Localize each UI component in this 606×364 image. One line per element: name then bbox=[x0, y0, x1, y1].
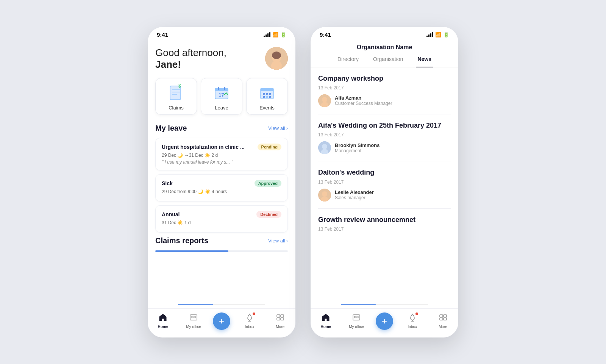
add-icon-1: + bbox=[219, 316, 224, 327]
svg-rect-11 bbox=[218, 87, 219, 90]
author-avatar-2 bbox=[318, 141, 331, 154]
tabs-row: Directory Organisation News bbox=[311, 56, 458, 67]
inbox-dot-2 bbox=[415, 312, 418, 315]
leave-item-1[interactable]: Urgent hospitalization in clinic ... Pen… bbox=[155, 138, 288, 170]
tab-news[interactable]: News bbox=[416, 56, 433, 67]
nav-myoffice-label-1: My office bbox=[186, 325, 201, 329]
inbox-icon-1 bbox=[245, 313, 254, 323]
news-title-1: Company workshop bbox=[318, 74, 451, 83]
scroll-indicator-1 bbox=[178, 304, 265, 305]
svg-rect-23 bbox=[192, 316, 193, 318]
nav-myoffice-label-2: My office bbox=[349, 325, 364, 329]
news-author-2: Brooklyn Simmons Management bbox=[318, 141, 451, 154]
nav-add-1[interactable]: + bbox=[213, 312, 230, 330]
svg-rect-16 bbox=[263, 93, 265, 95]
leave-item-3-badge: Declined bbox=[256, 211, 281, 218]
author-avatar-1 bbox=[318, 94, 331, 107]
more-icon-1 bbox=[276, 313, 284, 323]
svg-rect-42 bbox=[357, 316, 358, 318]
nav-more-label-2: More bbox=[439, 325, 447, 329]
svg-text:$: $ bbox=[178, 84, 181, 89]
more-icon-2 bbox=[439, 313, 447, 323]
nav-more-2[interactable]: More bbox=[432, 313, 454, 329]
svg-rect-12 bbox=[224, 87, 225, 90]
tab-organisation[interactable]: Organisation bbox=[372, 56, 405, 67]
news-item-2[interactable]: Aifa's Wedding on 25th February 2017 13 … bbox=[318, 114, 451, 161]
nav-home-label-2: Home bbox=[320, 325, 331, 329]
nav-home-label-1: Home bbox=[158, 325, 168, 329]
home-icon-1 bbox=[159, 313, 167, 323]
nav-inbox-2[interactable]: Inbox bbox=[401, 313, 424, 329]
leave-label: Leave bbox=[215, 105, 228, 111]
claims-icon: $ bbox=[167, 84, 185, 102]
svg-rect-20 bbox=[266, 96, 268, 98]
author-name-3: Leslie Alexander bbox=[335, 189, 374, 195]
news-title-4: Growth review announcemnet bbox=[318, 216, 451, 224]
nav-inbox-label-1: Inbox bbox=[245, 325, 254, 329]
my-leave-view-all[interactable]: View all › bbox=[268, 125, 288, 131]
nav-more-label-1: More bbox=[276, 325, 284, 329]
phone-1: 9:41 📶 🔋 Good afternoon, Jane! bbox=[148, 27, 295, 337]
my-leave-section: My leave View all › Urgent hospitalizati… bbox=[155, 124, 288, 233]
svg-point-38 bbox=[322, 191, 327, 197]
news-title-2: Aifa's Wedding on 25th February 2017 bbox=[318, 121, 451, 130]
news-date-4: 13 Feb 2017 bbox=[318, 227, 451, 232]
leave-item-3[interactable]: Annual Declined 31 Dec ☀️ 1 d bbox=[155, 205, 288, 233]
chevron-right-icon: › bbox=[286, 125, 288, 131]
leave-item-1-badge: Pending bbox=[258, 144, 281, 150]
leave-item-3-title: Annual bbox=[162, 211, 180, 217]
wifi-icon: 📶 bbox=[272, 32, 278, 37]
nav-home-1[interactable]: Home bbox=[152, 313, 174, 329]
svg-rect-21 bbox=[269, 96, 271, 98]
nav-add-2[interactable]: + bbox=[376, 312, 393, 330]
svg-rect-24 bbox=[194, 316, 195, 318]
status-time-1: 9:41 bbox=[157, 31, 168, 38]
nav-more-1[interactable]: More bbox=[269, 313, 292, 329]
claims-label: Claims bbox=[169, 105, 184, 111]
my-leave-title: My leave bbox=[155, 124, 187, 133]
chevron-right-icon-2: › bbox=[286, 238, 288, 244]
status-icons-2: 📶 🔋 bbox=[426, 32, 449, 37]
events-card[interactable]: Events bbox=[246, 78, 288, 115]
phone1-content: Good afternoon, Jane! bbox=[148, 41, 295, 301]
scroll-thumb-2 bbox=[341, 304, 376, 305]
svg-point-35 bbox=[322, 144, 327, 149]
news-date-2: 13 Feb 2017 bbox=[318, 132, 451, 137]
claims-reports-view-all[interactable]: View all › bbox=[268, 238, 288, 244]
scroll-indicator-2 bbox=[341, 304, 428, 305]
leave-item-2[interactable]: Sick Approved 29 Dec from 9:00 🌙 ☀️ 4 ho… bbox=[155, 174, 288, 202]
svg-rect-45 bbox=[440, 315, 443, 317]
svg-point-32 bbox=[322, 97, 327, 102]
avatar-image bbox=[265, 47, 288, 70]
author-avatar-3 bbox=[318, 189, 331, 202]
leave-item-3-dates: 31 Dec ☀️ 1 d bbox=[162, 220, 281, 225]
news-item-3[interactable]: Dalton's wedding 13 Feb 2017 Leslie Alex… bbox=[318, 161, 451, 208]
nav-myoffice-1[interactable]: My office bbox=[182, 313, 205, 329]
wifi-icon-2: 📶 bbox=[435, 32, 441, 37]
leave-card[interactable]: 17 Leave bbox=[201, 78, 242, 115]
news-item-1[interactable]: Company workshop 13 Feb 2017 Aifa Azman … bbox=[318, 67, 451, 114]
user-name: Jane! bbox=[155, 59, 181, 70]
tab-directory[interactable]: Directory bbox=[336, 56, 360, 67]
news-item-4[interactable]: Growth review announcemnet 13 Feb 2017 bbox=[318, 209, 451, 242]
leave-item-2-title: Sick bbox=[162, 180, 173, 186]
news-author-3: Leslie Alexander Sales manager bbox=[318, 189, 451, 202]
author-name-1: Aifa Azman bbox=[335, 95, 392, 101]
svg-point-2 bbox=[272, 52, 281, 59]
events-icon bbox=[258, 84, 276, 102]
author-info-3: Leslie Alexander Sales manager bbox=[335, 189, 374, 200]
events-label: Events bbox=[259, 105, 275, 111]
svg-rect-28 bbox=[281, 315, 284, 317]
svg-rect-27 bbox=[277, 315, 280, 317]
leave-item-3-header: Annual Declined bbox=[162, 211, 281, 218]
claims-card[interactable]: $ Claims bbox=[155, 78, 197, 115]
author-role-2: Management bbox=[335, 148, 380, 153]
nav-inbox-1[interactable]: Inbox bbox=[238, 313, 261, 329]
progress-bar bbox=[155, 250, 288, 252]
quick-actions: $ Claims 17 Leave bbox=[155, 78, 288, 115]
greeting-text: Good afternoon, Jane! bbox=[155, 47, 226, 70]
nav-myoffice-2[interactable]: My office bbox=[345, 313, 368, 329]
nav-home-2[interactable]: Home bbox=[314, 313, 337, 329]
svg-text:17: 17 bbox=[219, 92, 224, 98]
user-avatar[interactable] bbox=[265, 47, 288, 70]
